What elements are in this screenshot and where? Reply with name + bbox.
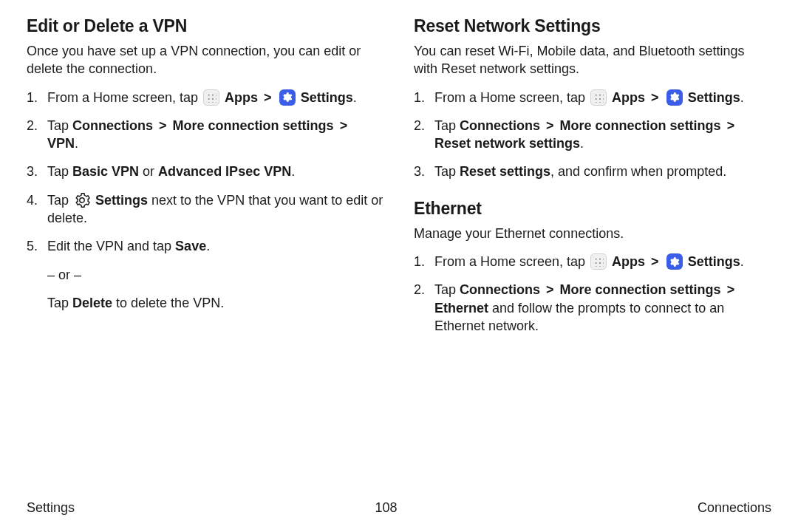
step-2: Tap Connections > More connection settin… xyxy=(27,117,384,153)
step-3: Tap Basic VPN or Advanced IPsec VPN. xyxy=(27,163,384,180)
apps-icon xyxy=(203,89,219,106)
footer-right: Connections xyxy=(698,500,771,516)
settings-icon xyxy=(279,89,296,106)
gear-icon xyxy=(74,192,90,208)
steps-ethernet: From a Home screen, tap Apps > Settings.… xyxy=(414,253,771,335)
step-1: From a Home screen, tap Apps > Settings. xyxy=(414,253,771,270)
right-column: Reset Network Settings You can reset Wi-… xyxy=(414,16,771,345)
steps-reset-network: From a Home screen, tap Apps > Settings.… xyxy=(414,89,771,181)
apps-icon xyxy=(590,89,607,106)
heading-reset-network: Reset Network Settings xyxy=(414,16,771,36)
intro-edit-vpn: Once you have set up a VPN connection, y… xyxy=(27,42,384,78)
heading-ethernet: Ethernet xyxy=(414,199,771,219)
left-column: Edit or Delete a VPN Once you have set u… xyxy=(27,16,384,345)
step-3: Tap Reset settings, and confirm when pro… xyxy=(414,163,771,180)
footer-left: Settings xyxy=(27,500,75,516)
step-1: From a Home screen, tap Apps > Settings. xyxy=(414,89,771,106)
page-number: 108 xyxy=(375,500,397,516)
intro-ethernet: Manage your Ethernet connections. xyxy=(414,225,771,242)
step-5: Edit the VPN and tap Save. – or – Tap De… xyxy=(27,237,384,312)
steps-edit-vpn: From a Home screen, tap Apps > Settings.… xyxy=(27,89,384,313)
heading-edit-vpn: Edit or Delete a VPN xyxy=(27,16,384,36)
intro-reset-network: You can reset Wi-Fi, Mobile data, and Bl… xyxy=(414,42,771,78)
settings-icon xyxy=(666,253,683,270)
step-1: From a Home screen, tap Apps > Settings. xyxy=(27,89,384,106)
settings-icon xyxy=(666,89,683,106)
step-2: Tap Connections > More connection settin… xyxy=(414,117,771,153)
step-4: Tap Settings next to the VPN that you wa… xyxy=(27,191,384,228)
apps-icon xyxy=(590,253,607,270)
step-2: Tap Connections > More connection settin… xyxy=(414,281,771,335)
page-footer: Settings 108 Connections xyxy=(27,500,771,516)
